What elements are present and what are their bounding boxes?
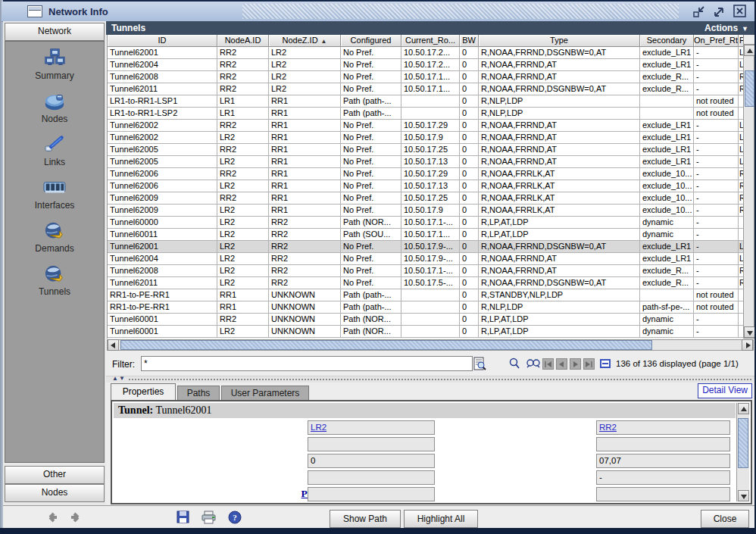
field-value-box[interactable]: [596, 437, 730, 451]
table-row[interactable]: Tunnel62006RR2RR1No Pref.10.50.17.290R,N…: [108, 168, 744, 180]
title-bar[interactable]: Network Info: [2, 2, 754, 22]
sidebar-item-tunnels[interactable]: Tunnels: [39, 264, 70, 297]
zoom-search-icon[interactable]: [525, 357, 539, 370]
table-row[interactable]: Tunnel62011LR2RR2No Pref.10.50.17.5-...0…: [108, 277, 744, 289]
table-cell: RR2: [269, 277, 341, 289]
sidebar-group-other-button[interactable]: Other: [5, 466, 105, 484]
actions-menu-button[interactable]: Actions▼: [704, 23, 748, 33]
field-value-box[interactable]: -: [596, 470, 730, 485]
first-page-button[interactable]: [542, 358, 554, 370]
table-cell: Tunnel62004: [108, 253, 217, 265]
table-row[interactable]: LR1-to-RR1-LSP1LR1RR1Path (path-...0R,NL…: [108, 95, 744, 108]
filter-input[interactable]: [141, 356, 473, 371]
properties-panel: Tunnel: Tunnel62001 Node A: LR2 IP A: BW…: [111, 400, 752, 504]
table-cell: dynamic: [640, 314, 694, 326]
table-row[interactable]: Tunnel62001LR2RR2No Pref.10.50.17.9-...0…: [108, 241, 744, 253]
table-row[interactable]: Tunnel62005RR2RR1No Pref.10.50.17.250R,N…: [108, 144, 744, 156]
sidebar-group-nodes-button[interactable]: Nodes: [5, 484, 105, 502]
table-row[interactable]: Tunnel62006LR2RR1No Pref.10.50.17.130R,N…: [108, 180, 744, 192]
column-header[interactable]: NodeA.ID▲: [217, 35, 269, 47]
table-row[interactable]: Tunnel62004LR2RR2No Pref.10.50.17.9-...0…: [108, 253, 744, 265]
sidebar-item-label: Summary: [35, 70, 73, 81]
table-row[interactable]: Tunnel62009LR2RR1No Pref.10.50.17.90R,NO…: [108, 205, 744, 217]
last-page-button[interactable]: [583, 358, 595, 370]
column-header[interactable]: Type▲: [479, 35, 640, 47]
column-header[interactable]: Configured▲: [341, 35, 401, 47]
table-row[interactable]: Tunnel62004RR2LR2No Pref.10.50.17.2...0R…: [108, 59, 744, 71]
table-cell: Tunnel60011: [108, 229, 217, 241]
table-cell: RR2: [217, 192, 269, 205]
table-row[interactable]: Tunnel62001RR2LR2No Pref.10.50.17.2...0R…: [108, 47, 744, 59]
sidebar-item-links[interactable]: Links: [43, 134, 66, 167]
scroll-up-button[interactable]: [744, 45, 755, 56]
table-cell: 0: [460, 301, 479, 314]
display-count-status: 136 of 136 displayed (page 1/1): [616, 359, 739, 368]
panel-splitter[interactable]: ▲▼: [106, 376, 754, 383]
vertical-scroll-thumb[interactable]: [745, 70, 754, 107]
column-header[interactable]: Secondary▲: [640, 35, 694, 47]
column-header[interactable]: BW▲: [460, 35, 479, 47]
scroll-up-button[interactable]: [738, 403, 749, 414]
scroll-down-button[interactable]: [744, 326, 755, 338]
table-row[interactable]: Tunnel62005LR2RR1No Pref.10.50.17.130R,N…: [108, 156, 744, 168]
field-value-box[interactable]: 07,07: [596, 454, 730, 468]
highlight-all-button[interactable]: Highlight All: [404, 510, 478, 528]
scroll-down-button[interactable]: [738, 490, 749, 501]
horizontal-scroll-thumb[interactable]: [120, 340, 652, 350]
sidebar-item-demands[interactable]: Demands: [35, 220, 73, 254]
sidebar-group-network-button[interactable]: Network: [5, 23, 105, 41]
table-row[interactable]: Tunnel62002RR2RR1No Pref.10.50.17.290R,N…: [108, 120, 744, 132]
search-icon[interactable]: [508, 357, 521, 370]
sort-asc-icon: ▲: [321, 38, 327, 45]
table-row[interactable]: LR1-to-RR1-LSP2LR1RR1Path (path-...0R,NL…: [108, 108, 744, 120]
forward-icon[interactable]: [70, 511, 84, 524]
column-header[interactable]: On_Pref_Rt▲: [694, 35, 739, 47]
save-icon[interactable]: [177, 511, 191, 524]
table-cell: [401, 289, 460, 301]
tab-user-parameters[interactable]: User Parameters: [221, 386, 309, 400]
field-value-box[interactable]: RR2: [596, 420, 730, 435]
table-row[interactable]: Tunnel62009RR2RR1No Pref.10.50.17.250R,N…: [108, 192, 744, 205]
table-row[interactable]: Tunnel62002LR2RR1No Pref.10.50.17.90R,NO…: [108, 132, 744, 144]
table-row[interactable]: Tunnel60001LR2UNKNOWNPath (NOR...0R,LP,A…: [108, 326, 744, 338]
table-row[interactable]: RR1-to-PE-RR1RR1UNKNOWNPath (path-...0R,…: [108, 301, 744, 314]
sidebar-item-interfaces[interactable]: Interfaces: [35, 177, 75, 211]
properties-scroll-thumb[interactable]: [738, 418, 748, 468]
scroll-right-button[interactable]: [742, 339, 753, 351]
print-icon[interactable]: [201, 511, 216, 524]
table-row[interactable]: Tunnel62011RR2LR2No Pref.10.50.17.1...0R…: [108, 83, 744, 95]
next-page-button[interactable]: [570, 358, 581, 370]
field-value-box[interactable]: [596, 487, 730, 501]
table-cell: -: [694, 205, 739, 217]
prev-page-button[interactable]: [556, 358, 567, 370]
advanced-filter-icon[interactable]: [473, 357, 487, 370]
table-cell: RR1: [269, 180, 341, 192]
maximize-icon[interactable]: [713, 5, 726, 18]
detail-view-link[interactable]: Detail View: [698, 383, 752, 398]
sidebar-item-nodes[interactable]: Nodes: [42, 91, 68, 124]
column-header[interactable]: Current_Ro...▲: [401, 35, 460, 47]
sidebar-item-summary[interactable]: Summary: [35, 48, 73, 81]
table-row[interactable]: Tunnel60000LR2RR2Path (NOR...10.50.17.1-…: [108, 217, 744, 229]
restore-icon[interactable]: [692, 5, 706, 18]
splitter-collapse-icons[interactable]: ▲▼: [112, 375, 126, 382]
column-header[interactable]: NodeZ.ID▲: [269, 35, 341, 47]
show-path-button[interactable]: Show Path: [330, 510, 401, 528]
table-row[interactable]: Tunnel60001RR2UNKNOWNPath (NOR...0R,LP,A…: [108, 314, 744, 326]
tab-properties[interactable]: Properties: [111, 383, 176, 400]
close-icon[interactable]: [733, 5, 747, 18]
close-button[interactable]: Close: [701, 510, 749, 528]
table-row[interactable]: Tunnel60011LR2RR2Path (SOU...10.50.17.1.…: [108, 229, 744, 241]
table-row[interactable]: Tunnel62008RR2LR2No Pref.10.50.17.1...0R…: [108, 71, 744, 83]
tab-paths[interactable]: Paths: [177, 386, 220, 400]
table-row[interactable]: Tunnel62008LR2RR2No Pref.10.50.17.1-...0…: [108, 265, 744, 277]
scroll-left-button[interactable]: [108, 339, 119, 351]
page-list-icon[interactable]: [600, 359, 611, 368]
table-cell: -: [694, 168, 739, 180]
table-cell: UNKNOWN: [269, 301, 341, 314]
column-header[interactable]: ID▲: [108, 35, 217, 47]
help-icon[interactable]: ?: [228, 511, 242, 524]
back-icon[interactable]: [44, 511, 58, 524]
table-cell: Tunnel62006: [108, 180, 217, 192]
table-row[interactable]: RR1-to-PE-RR1RR1UNKNOWNPath (path-...0R,…: [108, 289, 744, 301]
